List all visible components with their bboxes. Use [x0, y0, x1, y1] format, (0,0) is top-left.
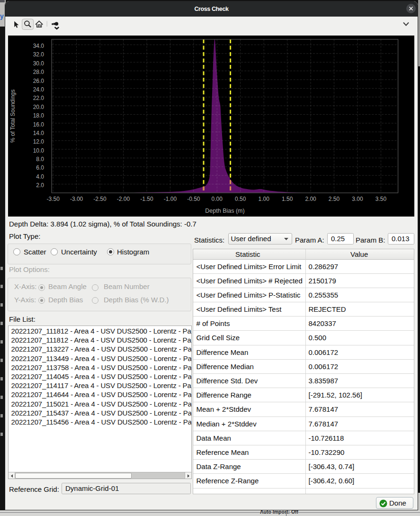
svg-text:4.0: 4.0	[36, 173, 44, 180]
svg-text:28.0: 28.0	[33, 69, 45, 75]
svg-text:-2.00: -2.00	[117, 196, 130, 202]
svg-text:-1.50: -1.50	[140, 196, 153, 202]
svg-text:Depth Bias (m): Depth Bias (m)	[205, 208, 244, 214]
svg-text:32.0: 32.0	[33, 51, 45, 58]
svg-text:0.50: 0.50	[235, 196, 246, 202]
svg-text:-0.50: -0.50	[187, 196, 200, 202]
svg-text:-2.50: -2.50	[93, 196, 107, 202]
svg-text:30.0: 30.0	[33, 60, 45, 67]
svg-text:20.0: 20.0	[33, 104, 45, 110]
svg-text:12.0: 12.0	[33, 138, 45, 145]
svg-text:14.0: 14.0	[33, 130, 45, 136]
svg-text:18.0: 18.0	[33, 112, 45, 119]
svg-text:% of Total Soundings: % of Total Soundings	[9, 90, 16, 143]
svg-text:34.0: 34.0	[33, 43, 45, 49]
svg-text:-3.50: -3.50	[46, 196, 60, 202]
svg-text:-1.00: -1.00	[164, 196, 177, 202]
svg-text:2.00: 2.00	[305, 196, 316, 202]
svg-text:16.0: 16.0	[33, 121, 45, 128]
svg-text:-3.00: -3.00	[70, 196, 83, 202]
svg-text:26.0: 26.0	[33, 78, 45, 84]
svg-text:1.00: 1.00	[259, 196, 270, 202]
svg-text:10.0: 10.0	[33, 147, 45, 154]
svg-text:22.0: 22.0	[33, 95, 45, 101]
svg-text:8.0: 8.0	[36, 156, 44, 163]
svg-text:2.50: 2.50	[329, 196, 340, 202]
svg-text:24.0: 24.0	[33, 86, 45, 93]
svg-text:6.0: 6.0	[36, 164, 44, 171]
svg-text:2.0: 2.0	[36, 182, 44, 189]
svg-text:1.50: 1.50	[282, 196, 293, 202]
svg-text:3.50: 3.50	[375, 196, 387, 202]
svg-text:0.00: 0.00	[212, 196, 223, 202]
svg-text:3.00: 3.00	[352, 196, 363, 202]
